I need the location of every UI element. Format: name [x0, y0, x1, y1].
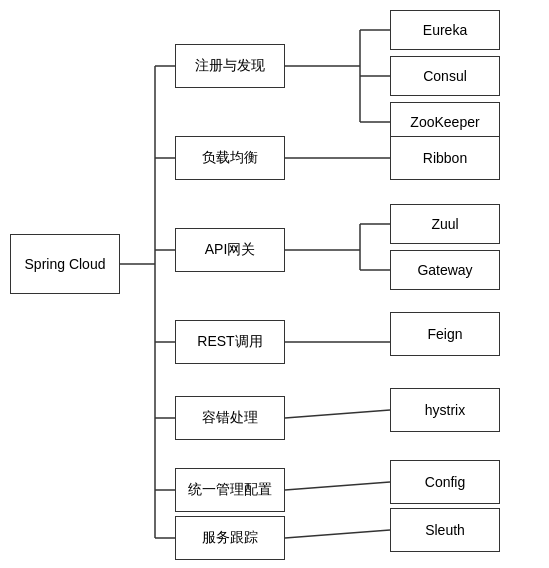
node-feign: Feign	[390, 312, 500, 356]
node-feign-label: Feign	[427, 326, 462, 342]
node-zuul: Zuul	[390, 204, 500, 244]
node-confignode: Config	[390, 460, 500, 504]
node-hystrix-label: hystrix	[425, 402, 465, 418]
node-trace: 服务跟踪	[175, 516, 285, 560]
node-ribbon: Ribbon	[390, 136, 500, 180]
node-config-cat-label: 统一管理配置	[188, 481, 272, 499]
diagram: Spring Cloud 注册与发现 负载均衡 API网关 REST调用 容错处…	[0, 0, 549, 568]
node-trace-label: 服务跟踪	[202, 529, 258, 547]
node-gateway-label: Gateway	[417, 262, 472, 278]
node-sleuth: Sleuth	[390, 508, 500, 552]
node-fault: 容错处理	[175, 396, 285, 440]
node-root: Spring Cloud	[10, 234, 120, 294]
node-root-label: Spring Cloud	[25, 256, 106, 272]
node-rest-label: REST调用	[197, 333, 262, 351]
svg-line-21	[285, 482, 390, 490]
node-lb-label: 负载均衡	[202, 149, 258, 167]
node-reg: 注册与发现	[175, 44, 285, 88]
node-api: API网关	[175, 228, 285, 272]
node-consul: Consul	[390, 56, 500, 96]
node-reg-label: 注册与发现	[195, 57, 265, 75]
node-gateway: Gateway	[390, 250, 500, 290]
node-fault-label: 容错处理	[202, 409, 258, 427]
node-eureka-label: Eureka	[423, 22, 467, 38]
node-zookeeper-label: ZooKeeper	[410, 114, 479, 130]
node-zuul-label: Zuul	[431, 216, 458, 232]
node-confignode-label: Config	[425, 474, 465, 490]
node-hystrix: hystrix	[390, 388, 500, 432]
node-lb: 负载均衡	[175, 136, 285, 180]
node-eureka: Eureka	[390, 10, 500, 50]
svg-line-22	[285, 530, 390, 538]
node-sleuth-label: Sleuth	[425, 522, 465, 538]
node-api-label: API网关	[205, 241, 256, 259]
node-rest: REST调用	[175, 320, 285, 364]
node-consul-label: Consul	[423, 68, 467, 84]
svg-line-20	[285, 410, 390, 418]
node-ribbon-label: Ribbon	[423, 150, 467, 166]
node-config-cat: 统一管理配置	[175, 468, 285, 512]
